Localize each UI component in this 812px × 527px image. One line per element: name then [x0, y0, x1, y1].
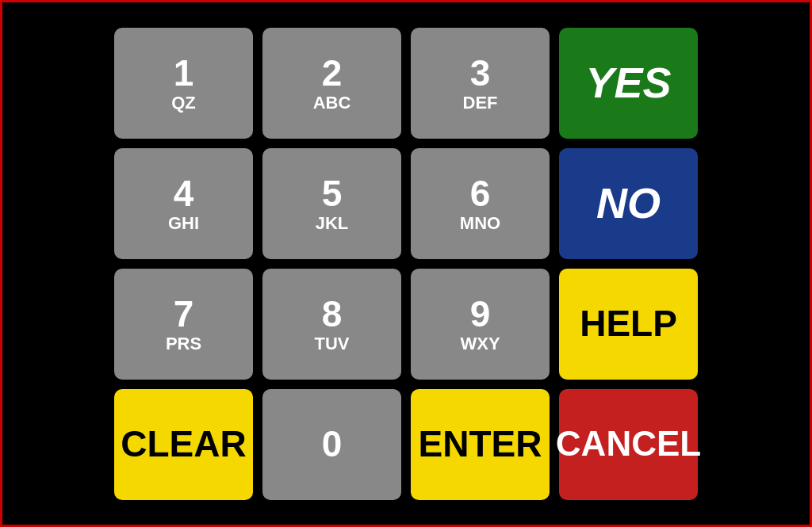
key-button-help[interactable]: HELP: [559, 269, 698, 380]
key-letters-5: JKL: [316, 214, 349, 233]
key-button-8[interactable]: 8TUV: [262, 269, 401, 380]
key-number-0: 0: [322, 424, 343, 464]
key-letters-8: TUV: [315, 334, 350, 353]
key-letters-7: PRS: [166, 334, 201, 353]
key-button-6[interactable]: 6MNO: [411, 148, 550, 259]
key-letters-4: GHI: [168, 214, 199, 233]
key-number-7: 7: [174, 294, 194, 334]
key-number-1: 1: [174, 53, 194, 94]
key-button-5[interactable]: 5JKL: [262, 148, 401, 259]
key-number-2: 2: [322, 53, 343, 94]
key-letters-9: WXY: [460, 334, 500, 353]
key-button-3[interactable]: 3DEF: [411, 28, 550, 139]
key-button-7[interactable]: 7PRS: [114, 269, 253, 380]
key-number-9: 9: [470, 294, 491, 334]
key-letters-3: DEF: [463, 94, 498, 113]
key-button-1[interactable]: 1QZ: [114, 28, 253, 139]
key-button-0[interactable]: 0: [262, 389, 401, 500]
key-button-yes[interactable]: YES: [559, 28, 698, 139]
key-number-3: 3: [470, 53, 491, 94]
key-button-4[interactable]: 4GHI: [114, 148, 253, 259]
key-button-no[interactable]: NO: [559, 148, 698, 259]
key-button-9[interactable]: 9WXY: [411, 269, 550, 380]
key-button-enter[interactable]: ENTER: [411, 389, 550, 500]
key-button-2[interactable]: 2ABC: [262, 28, 401, 139]
key-button-cancel[interactable]: CANCEL: [559, 389, 698, 500]
key-button-clear[interactable]: CLEAR: [114, 389, 253, 500]
key-number-8: 8: [322, 294, 343, 334]
key-letters-6: MNO: [460, 214, 500, 233]
key-letters-1: QZ: [171, 94, 196, 113]
keypad-grid: 1QZ2ABC3DEFYES4GHI5JKL6MNONO7PRS8TUV9WXY…: [98, 12, 714, 516]
key-number-5: 5: [322, 174, 343, 214]
key-number-6: 6: [470, 174, 491, 214]
key-number-4: 4: [174, 174, 194, 214]
key-letters-2: ABC: [313, 94, 351, 113]
